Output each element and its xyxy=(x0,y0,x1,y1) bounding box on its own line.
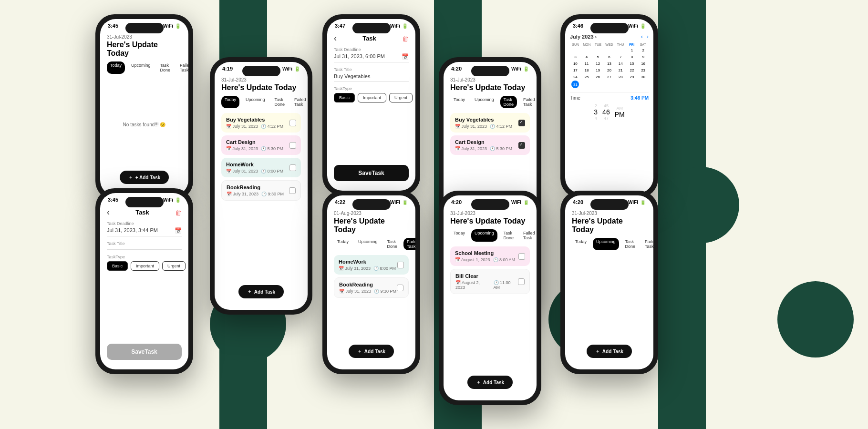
title-label-5: Task Title xyxy=(107,241,182,246)
task-homework-2[interactable]: HomeWork 📅 July 31, 2023 🕐 8:00 PM xyxy=(221,158,301,177)
type-urgent-5[interactable]: Urgent xyxy=(162,261,186,271)
task-school-meeting-8[interactable]: School Meeting 📅 August 1, 2023 🕐 8:00 A… xyxy=(450,246,530,266)
phone-6-date: 01-Aug-2023 xyxy=(334,211,409,216)
cal-days: 1 2 3 4 5 6 7 8 9 10 11 12 13 14 15 16 1 xyxy=(570,47,649,88)
back-arrow-3[interactable]: ‹ xyxy=(334,33,337,43)
add-icon-1: ＋ xyxy=(128,174,133,181)
type-important-5[interactable]: Important xyxy=(131,261,159,271)
task-buy-veg-4[interactable]: Buy Vegetables 📅 July 31, 2023 🕐 4:12 PM xyxy=(450,113,530,133)
phone-5-fields: Task Deadline Jul 31, 2023, 3:44 PM 📅 Ta… xyxy=(107,221,182,271)
tab-upcoming-9[interactable]: Upcoming xyxy=(593,238,619,250)
tab-failed-9[interactable]: Failed Task xyxy=(641,238,653,250)
tab-upcoming-2[interactable]: Upcoming xyxy=(242,96,269,108)
deadline-value-5[interactable]: Jul 31, 2023, 3:44 PM 📅 xyxy=(107,227,182,236)
checkbox-bill-8[interactable] xyxy=(518,278,525,285)
phone-5: 3:45 WiFi 🔋 ‹ Task 🗑 Task Deadline Jul 3… xyxy=(95,188,193,374)
phone-3-status-bar: 3:47 WiFi 🔋 xyxy=(327,19,415,31)
type-urgent-3[interactable]: Urgent xyxy=(389,93,413,102)
phone-1-date: 31-Jul-2023 xyxy=(107,34,182,40)
checkbox-cart-4[interactable] xyxy=(518,142,525,149)
task-info: Cart Design 📅 July 31, 2023 🕐 5:30 PM xyxy=(226,139,283,151)
phone-2-title: Here's Update Today xyxy=(221,83,301,92)
phone-6-status-icons: WiFi 🔋 xyxy=(390,200,408,205)
phone-8-add-btn[interactable]: ＋ Add Task xyxy=(467,376,513,389)
tab-failed-4[interactable]: Failed Task xyxy=(520,96,537,108)
tab-done-1[interactable]: Task Done xyxy=(157,61,174,74)
phone-9-add-btn[interactable]: ＋ Add Task xyxy=(587,345,632,358)
back-arrow-5[interactable]: ‹ xyxy=(107,207,110,217)
checkbox-br-6[interactable] xyxy=(397,285,403,291)
tab-today-4[interactable]: Today xyxy=(450,96,468,108)
minutes-col: 45 46 47 xyxy=(602,103,610,121)
phone-7-content: July 2023 › ‹ › SUN MON TUE WED THU FRI … xyxy=(565,31,653,186)
phone-3-notch xyxy=(352,23,391,33)
task-homework-6[interactable]: HomeWork 📅 July 31, 2023 🕐 8:00 PM xyxy=(334,255,409,275)
cal-next[interactable]: › xyxy=(647,33,649,40)
ampm-col: AM PM xyxy=(615,106,625,118)
task-buy-veg-2[interactable]: Buy Vegetables 📅 July 31, 2023 🕐 4:12 PM xyxy=(221,113,301,133)
type-row-5: Basic Important Urgent xyxy=(107,261,182,271)
tab-upcoming-8[interactable]: Upcoming xyxy=(471,229,497,242)
type-important-3[interactable]: Important xyxy=(358,93,386,102)
save-btn-3[interactable]: SaveTask xyxy=(334,165,409,181)
phone-4-tabs: Today Upcoming Task Done Failed Task xyxy=(450,96,530,108)
task-info: Buy Vegetables 📅 July 31, 2023 🕐 4:12 PM xyxy=(226,117,283,129)
task-info-8a: School Meeting 📅 August 1, 2023 🕐 8:00 A… xyxy=(455,250,515,262)
checkbox-school-8[interactable] xyxy=(518,253,525,260)
type-basic-3[interactable]: Basic xyxy=(334,93,355,102)
task-cart-4[interactable]: Cart Design 📅 July 31, 2023 🕐 5:30 PM xyxy=(450,135,530,155)
tab-done-6[interactable]: Task Done xyxy=(384,238,401,250)
phone-3-status-icons: WiFi 🔋 xyxy=(390,23,408,29)
tab-upcoming-6[interactable]: Upcoming xyxy=(355,238,381,250)
time-label: Time xyxy=(570,95,580,101)
phone-1-add-btn[interactable]: ＋ + Add Task xyxy=(120,171,169,184)
checkbox-br-2[interactable] xyxy=(289,187,296,194)
task-bookreading-2[interactable]: BookReading 📅 July 31, 2023 🕐 9:30 PM xyxy=(221,180,301,201)
phone-6-tabs: Today Upcoming Task Done Failed Task xyxy=(334,238,409,250)
phone-9-status-icons: WiFi 🔋 xyxy=(628,200,646,205)
save-btn-5[interactable]: SaveTask xyxy=(107,344,182,360)
phone-2-add-btn[interactable]: ＋ Add Task xyxy=(238,285,284,298)
tab-today-1[interactable]: Today xyxy=(107,61,125,74)
add-icon-8: ＋ xyxy=(476,379,481,386)
checkbox-hw-6[interactable] xyxy=(397,262,404,268)
type-row-3: Basic Important Urgent xyxy=(334,93,409,102)
task-bill-clear-8[interactable]: Bill Clear 📅 August 2, 2023 🕐 11:00 AM xyxy=(450,269,530,294)
phone-4-status-bar: 4:20 ●●● WiFi 🔋 xyxy=(444,62,537,73)
tab-today-2[interactable]: Today xyxy=(221,96,239,108)
tab-today-8[interactable]: Today xyxy=(450,229,468,242)
tab-done-4[interactable]: Task Done xyxy=(500,96,517,108)
checkbox-cart-2[interactable] xyxy=(289,142,296,149)
tab-failed-6[interactable]: Failed Task xyxy=(403,238,415,250)
checkbox-buy-veg-4[interactable] xyxy=(518,120,525,126)
phone-4-title: Here's Update Today xyxy=(450,83,530,92)
tab-upcoming-4[interactable]: Upcoming xyxy=(471,96,497,108)
tab-upcoming-1[interactable]: Upcoming xyxy=(128,61,154,74)
delete-icon-5[interactable]: 🗑 xyxy=(175,209,182,216)
deadline-value-3[interactable]: Jul 31, 2023, 6:00 PM 📅 xyxy=(334,53,409,62)
tab-failed-2[interactable]: Failed Task xyxy=(291,96,308,108)
tab-today-9[interactable]: Today xyxy=(572,238,590,250)
delete-icon-3[interactable]: 🗑 xyxy=(402,35,409,42)
type-basic-5[interactable]: Basic xyxy=(107,261,128,271)
tab-failed-8[interactable]: Failed Task xyxy=(520,229,537,242)
cal-day-31[interactable]: 31 xyxy=(571,81,579,88)
add-icon-9: ＋ xyxy=(595,348,600,355)
phone-2: 4:19 ●●● WiFi 🔋 31-Jul-2023 Here's Updat… xyxy=(210,57,312,315)
title-value-3[interactable]: Buy Vegetables xyxy=(334,73,409,82)
checkbox-buy-veg-2[interactable] xyxy=(289,120,296,126)
task-cart-design-2[interactable]: Cart Design 📅 July 31, 2023 🕐 5:30 PM xyxy=(221,135,301,155)
phone-3-nav: ‹ Task 🗑 xyxy=(334,33,409,43)
task-bookreading-6[interactable]: BookReading 📅 July 31, 2023 🕐 9:30 PM xyxy=(334,277,409,298)
tab-today-6[interactable]: Today xyxy=(334,238,352,250)
tab-done-2[interactable]: Task Done xyxy=(271,96,289,108)
title-value-5[interactable] xyxy=(107,247,182,250)
checkbox-hw-2[interactable] xyxy=(289,164,296,171)
cal-prev[interactable]: ‹ xyxy=(641,33,643,40)
tab-failed-1[interactable]: Failed Task xyxy=(176,61,188,74)
tab-done-9[interactable]: Task Done xyxy=(622,238,639,250)
phone-6-add-btn[interactable]: ＋ Add Task xyxy=(349,345,394,358)
tab-done-8[interactable]: Task Done xyxy=(500,229,517,242)
phone-5-status-icons: WiFi 🔋 xyxy=(163,197,181,203)
task-info-6b: BookReading 📅 July 31, 2023 🕐 9:30 PM xyxy=(339,282,396,294)
